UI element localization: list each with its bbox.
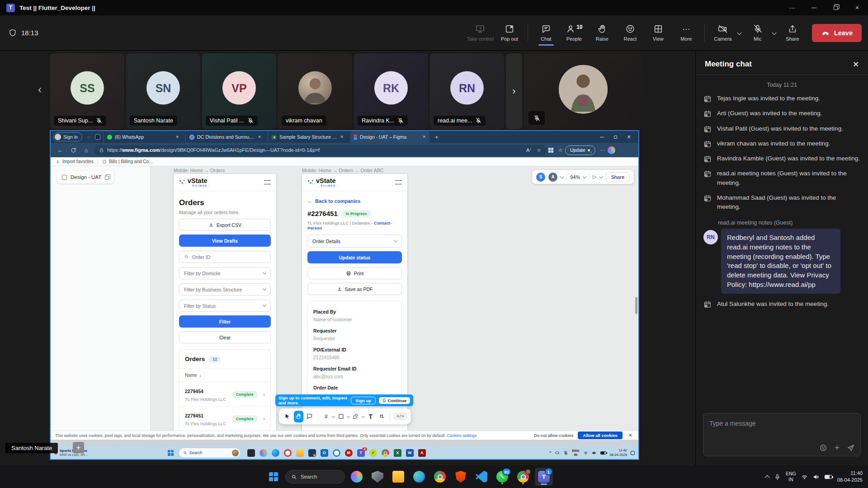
more-button[interactable]: ··· More — [672, 21, 700, 45]
participant-tile-spotlight[interactable] — [524, 53, 642, 129]
tray-clock[interactable]: 11:4008-04-2025 — [610, 448, 627, 457]
browser-maximize-button[interactable] — [609, 131, 622, 143]
chat-messages[interactable]: Today 11:21 Tejas Ingle was invited to t… — [696, 75, 868, 408]
zoom-plus-button[interactable]: + — [73, 442, 84, 453]
chevron-down-icon[interactable] — [560, 174, 564, 178]
browser-minimize-button[interactable] — [595, 131, 609, 143]
tiles-scroll-left-icon[interactable]: ‹ — [38, 83, 42, 96]
share-button[interactable]: Share — [778, 21, 807, 45]
order-row[interactable]: 2279451TL Flex Holdings LLC Complete › — [179, 407, 270, 431]
figma-share-button[interactable]: Share — [606, 172, 630, 182]
save-as-pdf-button[interactable]: Save as PDF — [307, 283, 402, 295]
new-tab-button[interactable]: + — [432, 134, 441, 141]
copilot-icon[interactable] — [259, 449, 267, 457]
tab-close-icon[interactable]: ✕ — [258, 135, 262, 139]
pop-out-button[interactable]: Pop out — [495, 21, 524, 45]
copilot-icon[interactable] — [608, 146, 615, 154]
attach-plus-icon[interactable]: + — [835, 444, 840, 452]
clear-button[interactable]: Clear — [179, 331, 271, 343]
battery-icon[interactable] — [600, 451, 606, 455]
filter-business-structure-select[interactable]: Filter by Business Structure — [179, 283, 271, 296]
participant-tile[interactable]: RK Ravindra K... — [354, 53, 428, 129]
refresh-icon[interactable] — [68, 145, 79, 155]
browser-menu-icon[interactable]: ··· — [600, 147, 605, 153]
browser-tab[interactable]: DC Divisions and Surroundings ✕ — [185, 131, 265, 143]
figma-present-icon[interactable]: ▷ — [593, 174, 596, 180]
export-csv-button[interactable]: Export CSV — [179, 219, 271, 231]
teams-icon[interactable]: T2 — [357, 449, 365, 457]
teams-app-button[interactable]: T1 — [535, 468, 553, 486]
participant-tile[interactable]: RN read.ai mee... — [430, 53, 504, 129]
app-icon[interactable] — [247, 449, 255, 457]
mic-button[interactable]: Mic — [744, 21, 772, 45]
tab-close-icon[interactable]: ✕ — [423, 135, 426, 139]
extensions-icon[interactable] — [548, 148, 553, 153]
mail-app-icon[interactable] — [308, 449, 316, 457]
word-icon[interactable]: W — [406, 449, 414, 457]
orders-column-header[interactable]: Name↓ — [179, 368, 270, 382]
chevron-down-icon[interactable] — [347, 414, 350, 418]
volume-icon[interactable] — [592, 450, 597, 455]
browser-tab-active[interactable]: Design - UAT – Figma ✕ — [350, 131, 429, 143]
emoji-icon[interactable] — [819, 444, 827, 452]
frame-label[interactable]: Mobile: Home → Orders → Order ABC — [302, 168, 383, 173]
tray-chevron-icon[interactable]: ^ — [549, 450, 551, 455]
chat-close-icon[interactable]: ✕ — [853, 60, 859, 69]
chrome-button[interactable] — [431, 468, 449, 486]
participant-tile[interactable]: SS Shivani Sup... — [50, 53, 124, 129]
browser-vertical-tabs-icon[interactable] — [95, 134, 100, 140]
browser-workspaces-icon[interactable]: ◌ — [85, 134, 92, 140]
battery-icon[interactable] — [825, 475, 832, 479]
cookie-close-icon[interactable]: ✕ — [627, 432, 634, 438]
figma-user-avatar[interactable]: A — [548, 173, 557, 182]
filter-button[interactable]: Filter — [179, 315, 271, 328]
acrobat-icon[interactable]: A — [418, 449, 426, 457]
favorite-star-icon[interactable]: ☆ — [537, 147, 541, 153]
actions-tool-icon[interactable] — [377, 411, 387, 422]
minimize-button[interactable] — [803, 0, 825, 15]
figma-canvas[interactable]: Design - UAT Mobile: Home → Orders vStat… — [51, 166, 638, 431]
google-continue-button[interactable]: GContinue — [379, 397, 410, 404]
sign-up-button[interactable]: Sign up — [351, 397, 376, 404]
mcafee-icon[interactable]: M — [345, 449, 353, 457]
file-explorer-button[interactable] — [389, 468, 407, 486]
browser-profile-button[interactable]: Sign in — [53, 132, 82, 141]
loop-icon[interactable] — [333, 449, 340, 457]
outlook-icon[interactable]: O — [321, 449, 328, 457]
figma-doc-chip[interactable]: Design - UAT — [57, 171, 114, 183]
browser-close-button[interactable]: ✕ — [622, 131, 636, 143]
hamburger-menu-icon[interactable] — [395, 180, 402, 184]
excel-icon[interactable]: X — [394, 449, 401, 457]
wifi-icon[interactable] — [801, 474, 808, 480]
order-row[interactable]: 2279454TL Flex Holdings LLC Complete › — [179, 382, 270, 407]
filter-status-select[interactable]: Filter by Status — [179, 300, 271, 312]
whatsapp-button[interactable]: 81 — [493, 468, 511, 486]
mic-options-chevron-icon[interactable] — [772, 31, 776, 35]
favorites-item[interactable]: Bills | Billing and Co... — [102, 159, 153, 164]
tiles-scroll-right-button[interactable]: › — [506, 53, 522, 129]
opera-icon[interactable] — [284, 449, 292, 457]
volume-icon[interactable] — [813, 474, 820, 480]
back-icon[interactable]: ← — [55, 145, 66, 155]
tray-mic-icon[interactable] — [563, 450, 568, 455]
start-button[interactable] — [264, 468, 283, 486]
hamburger-menu-icon[interactable] — [264, 180, 271, 184]
chevron-down-icon[interactable] — [583, 174, 586, 178]
shape-tool-icon[interactable] — [336, 411, 346, 422]
wifi-icon[interactable] — [583, 450, 588, 455]
browser-tab[interactable]: x Sample Salary Structure with calc ✕ — [268, 131, 347, 143]
edge-icon[interactable] — [272, 449, 279, 457]
view-drafts-button[interactable]: View Drafts — [179, 235, 271, 247]
tab-close-icon[interactable]: ✕ — [176, 135, 179, 139]
figma-user-avatar[interactable]: S — [536, 173, 545, 182]
edge-button[interactable] — [410, 468, 428, 486]
dev-mode-toggle[interactable]: </> — [393, 413, 407, 420]
cookie-settings-link[interactable]: Cookies settings — [447, 433, 476, 438]
deny-cookies-button[interactable]: Do not allow cookies — [534, 433, 573, 438]
browser-update-button[interactable]: Update♥ — [565, 145, 595, 155]
participant-tile[interactable]: SN Santosh Narate — [126, 53, 200, 129]
tray-chevron-icon[interactable] — [764, 475, 769, 480]
close-button[interactable]: × — [846, 0, 868, 15]
leave-button[interactable]: Leave — [812, 24, 862, 42]
design-frame-orders[interactable]: vStateFILINGS Orders Manage all your ord… — [174, 174, 276, 431]
